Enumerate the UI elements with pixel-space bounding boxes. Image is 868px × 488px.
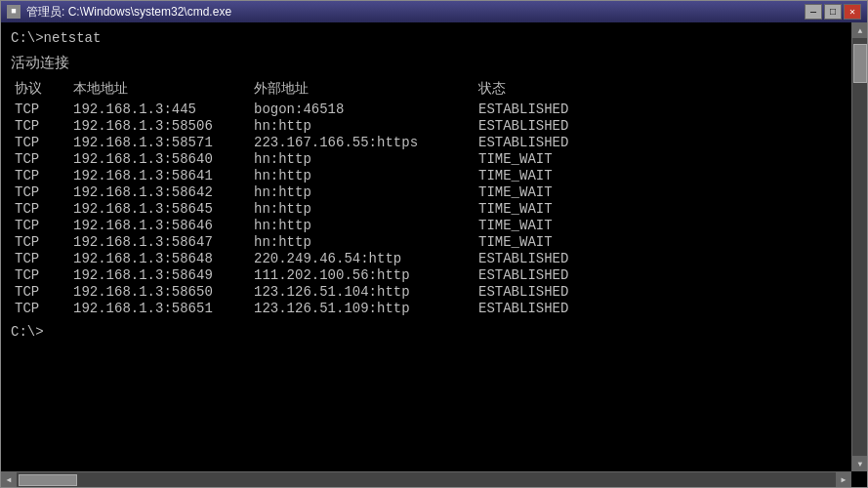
row-proto: TCP	[15, 284, 73, 300]
table-row: TCP192.168.1.3:58649111.202.100.56:httpE…	[11, 267, 840, 283]
row-foreign: hn:http	[254, 184, 478, 200]
title-bar-left: ■ 管理员: C:\Windows\system32\cmd.exe	[7, 4, 231, 20]
row-local: 192.168.1.3:58571	[73, 135, 254, 150]
console-body: C:\>netstat 活动连接 协议 本地地址 外部地址 状态 TCP192.…	[1, 22, 867, 487]
row-local: 192.168.1.3:58646	[73, 218, 254, 233]
table-row: TCP192.168.1.3:58641hn:httpTIME_WAIT	[11, 168, 840, 183]
row-state: ESTABLISHED	[478, 301, 625, 316]
header-local: 本地地址	[73, 80, 254, 98]
row-proto: TCP	[15, 168, 73, 183]
row-proto: TCP	[15, 118, 73, 134]
row-local: 192.168.1.3:58651	[73, 301, 254, 316]
row-state: TIME_WAIT	[478, 234, 625, 250]
header-proto: 协议	[15, 80, 73, 98]
row-foreign: 123.126.51.109:http	[254, 301, 478, 316]
command-line: C:\>netstat	[11, 30, 840, 46]
row-local: 192.168.1.3:58642	[73, 184, 254, 200]
table-row: TCP192.168.1.3:58647hn:httpTIME_WAIT	[11, 234, 840, 250]
header-state: 状态	[478, 80, 625, 98]
table-row: TCP192.168.1.3:58648220.249.46.54:httpES…	[11, 251, 840, 266]
row-state: TIME_WAIT	[478, 168, 625, 183]
row-foreign: 220.249.46.54:http	[254, 251, 478, 266]
scroll-h-track	[17, 472, 836, 488]
table-row: TCP192.168.1.3:58571223.167.166.55:https…	[11, 135, 840, 150]
console-content: C:\>netstat 活动连接 协议 本地地址 外部地址 状态 TCP192.…	[11, 30, 857, 340]
row-local: 192.168.1.3:58648	[73, 251, 254, 266]
cmd-window: ■ 管理员: C:\Windows\system32\cmd.exe — □ ✕…	[0, 0, 868, 488]
row-local: 192.168.1.3:445	[73, 102, 254, 117]
table-header: 协议 本地地址 外部地址 状态	[11, 80, 840, 98]
minimize-button[interactable]: —	[805, 4, 822, 20]
vertical-scrollbar[interactable]: ▲ ▼	[851, 22, 867, 471]
row-state: ESTABLISHED	[478, 251, 625, 266]
table-row: TCP192.168.1.3:58645hn:httpTIME_WAIT	[11, 201, 840, 217]
row-state: ESTABLISHED	[478, 118, 625, 134]
scroll-thumb[interactable]	[853, 44, 867, 83]
scroll-up-arrow[interactable]: ▲	[852, 22, 867, 38]
row-local: 192.168.1.3:58641	[73, 168, 254, 183]
row-foreign: hn:http	[254, 151, 478, 167]
close-button[interactable]: ✕	[844, 4, 861, 20]
row-local: 192.168.1.3:58650	[73, 284, 254, 300]
header-foreign: 外部地址	[254, 80, 478, 98]
title-bar-text: 管理员: C:\Windows\system32\cmd.exe	[26, 4, 231, 20]
row-foreign: 223.167.166.55:https	[254, 135, 478, 150]
table-row: TCP192.168.1.3:58642hn:httpTIME_WAIT	[11, 184, 840, 200]
scroll-right-arrow[interactable]: ▶	[836, 472, 851, 488]
row-foreign: hn:http	[254, 201, 478, 217]
row-foreign: hn:http	[254, 234, 478, 250]
row-state: TIME_WAIT	[478, 184, 625, 200]
row-proto: TCP	[15, 151, 73, 167]
section-title: 活动连接	[11, 54, 840, 72]
cmd-icon: ■	[7, 5, 21, 19]
row-local: 192.168.1.3:58645	[73, 201, 254, 217]
row-proto: TCP	[15, 201, 73, 217]
row-proto: TCP	[15, 251, 73, 266]
row-foreign: hn:http	[254, 118, 478, 134]
row-local: 192.168.1.3:58647	[73, 234, 254, 250]
row-proto: TCP	[15, 267, 73, 283]
row-local: 192.168.1.3:58649	[73, 267, 254, 283]
table-row: TCP192.168.1.3:58651123.126.51.109:httpE…	[11, 301, 840, 316]
row-state: ESTABLISHED	[478, 267, 625, 283]
maximize-button[interactable]: □	[824, 4, 842, 20]
table-row: TCP192.168.1.3:58646hn:httpTIME_WAIT	[11, 218, 840, 233]
scroll-h-thumb[interactable]	[19, 474, 77, 486]
row-state: TIME_WAIT	[478, 201, 625, 217]
row-proto: TCP	[15, 135, 73, 150]
row-foreign: bogon:46518	[254, 102, 478, 117]
horizontal-scrollbar[interactable]: ◀ ▶	[1, 471, 851, 487]
row-foreign: hn:http	[254, 218, 478, 233]
row-proto: TCP	[15, 102, 73, 117]
row-foreign: hn:http	[254, 168, 478, 183]
title-bar-buttons: — □ ✕	[805, 4, 861, 20]
table-row: TCP192.168.1.3:58640hn:httpTIME_WAIT	[11, 151, 840, 167]
row-proto: TCP	[15, 184, 73, 200]
row-proto: TCP	[15, 218, 73, 233]
row-local: 192.168.1.3:58506	[73, 118, 254, 134]
row-state: ESTABLISHED	[478, 284, 625, 300]
row-local: 192.168.1.3:58640	[73, 151, 254, 167]
row-state: TIME_WAIT	[478, 218, 625, 233]
row-state: ESTABLISHED	[478, 135, 625, 150]
row-foreign: 111.202.100.56:http	[254, 267, 478, 283]
row-proto: TCP	[15, 301, 73, 316]
table-row: TCP192.168.1.3:445bogon:46518ESTABLISHED	[11, 102, 840, 117]
table-row: TCP192.168.1.3:58506hn:httpESTABLISHED	[11, 118, 840, 134]
scroll-left-arrow[interactable]: ◀	[1, 472, 17, 488]
row-state: ESTABLISHED	[478, 102, 625, 117]
table-row: TCP192.168.1.3:58650123.126.51.104:httpE…	[11, 284, 840, 300]
row-proto: TCP	[15, 234, 73, 250]
scroll-down-arrow[interactable]: ▼	[852, 456, 867, 471]
row-foreign: 123.126.51.104:http	[254, 284, 478, 300]
title-bar: ■ 管理员: C:\Windows\system32\cmd.exe — □ ✕	[1, 1, 867, 22]
row-state: TIME_WAIT	[478, 151, 625, 167]
table-rows: TCP192.168.1.3:445bogon:46518ESTABLISHED…	[11, 102, 840, 316]
bottom-prompt: C:\>	[11, 324, 840, 340]
